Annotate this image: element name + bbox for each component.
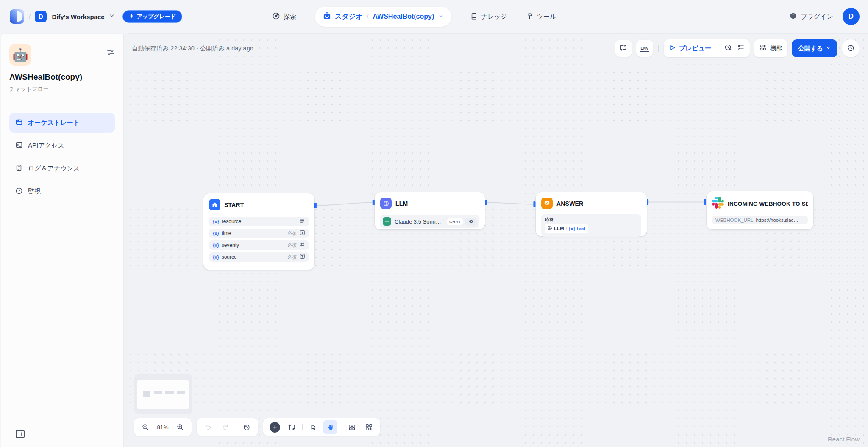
- sidebar-item-api-access[interactable]: APIアクセス: [9, 136, 115, 156]
- node-slack-webhook[interactable]: INCOMING WEBHOOK TO SE WEBHOOK_URL https…: [707, 191, 813, 229]
- top-bar: / D Dify's Workspace アップグレード 探索: [0, 0, 868, 33]
- version-history-button[interactable]: [842, 39, 860, 57]
- add-node-button[interactable]: [267, 420, 282, 434]
- zoom-in-button[interactable]: [173, 420, 187, 434]
- sidebar-item-label: APIアクセス: [28, 142, 64, 150]
- chat-variables-button[interactable]: [615, 40, 632, 57]
- features-button[interactable]: 機能: [754, 39, 787, 57]
- workspace-name[interactable]: Dify's Workspace: [52, 13, 104, 20]
- sidebar-item-label: 監視: [28, 187, 41, 196]
- model-row: Claude 3.5 Sonne… CHAT: [380, 215, 479, 228]
- app-name-label: AWSHealBot(copy): [373, 13, 434, 20]
- nav-knowledge[interactable]: ナレッジ: [470, 12, 507, 21]
- checklist-icon[interactable]: [737, 44, 745, 53]
- claude-model-icon: [383, 217, 391, 226]
- sparkle-icon: [129, 13, 134, 20]
- ref-separator: /: [566, 226, 567, 231]
- sidebar-item-label: オーケストレート: [28, 119, 80, 127]
- app-icon: 🤖: [9, 44, 31, 66]
- run-history-icon[interactable]: [724, 44, 732, 53]
- variable-reference-chip: LLM / {x} text: [545, 224, 588, 233]
- variable-icon: {x}: [213, 243, 219, 248]
- node-start[interactable]: START {x} resource {x} time 必須: [203, 193, 314, 270]
- terminal-icon: [15, 141, 23, 150]
- sidebar-item-logs[interactable]: ログ＆アナウンス: [9, 159, 115, 179]
- nav-tools[interactable]: ツール: [526, 12, 556, 21]
- studio-breadcrumb-pill[interactable]: スタジオ / AWSHealBot(copy): [315, 7, 451, 27]
- node-header: INCOMING WEBHOOK TO SE: [707, 191, 813, 210]
- undo-button[interactable]: [201, 420, 215, 434]
- minimap-node: [177, 391, 185, 394]
- sidebar-head: 🤖: [9, 44, 115, 66]
- redo-button[interactable]: [218, 420, 232, 434]
- pointer-tool-button[interactable]: [306, 420, 320, 434]
- sidebar-collapse-icon[interactable]: [15, 430, 25, 440]
- organize-blocks-button[interactable]: [362, 420, 376, 434]
- webhook-url-row: WEBHOOK_URL https://hooks.slac…: [712, 216, 808, 224]
- nav-tools-label: ツール: [537, 13, 556, 21]
- variable-icon: {x}: [569, 226, 575, 231]
- upgrade-button[interactable]: アップグレード: [122, 10, 183, 23]
- llm-icon: [380, 198, 392, 209]
- start-variables: {x} resource {x} time 必須 {x} sever: [209, 217, 309, 262]
- log-document-icon: [15, 164, 23, 173]
- add-note-button[interactable]: [284, 420, 299, 434]
- sidebar-item-label: ログ＆アナウンス: [28, 165, 80, 173]
- features-label: 機能: [770, 45, 782, 53]
- breadcrumb-separator: /: [367, 13, 369, 20]
- nav-explore[interactable]: 探索: [272, 12, 296, 21]
- zoom-pill: 81%: [134, 418, 192, 436]
- node-answer[interactable]: ANSWER 応答 LLM / {x} text: [536, 192, 647, 236]
- text-type-icon: [300, 253, 305, 261]
- export-image-button[interactable]: [345, 420, 359, 434]
- chevron-down-icon[interactable]: [109, 13, 115, 20]
- node-header: LLM: [375, 192, 485, 209]
- minimap-node: [143, 391, 150, 397]
- hand-tool-button[interactable]: [323, 420, 337, 434]
- blocks-plus-icon: [759, 44, 767, 53]
- studio-label: スタジオ: [335, 12, 363, 21]
- nav-explore-label: 探索: [284, 13, 296, 21]
- variable-name: resource: [222, 218, 300, 224]
- publish-button[interactable]: 公開する: [792, 39, 837, 57]
- param-key: WEBHOOK_URL: [715, 218, 753, 223]
- workflow-canvas[interactable]: 自動保存済み 22:34:30 · 公開済み a day ago ENV プレビ…: [124, 33, 868, 447]
- change-history-button[interactable]: [239, 420, 254, 434]
- variable-name: time: [222, 230, 287, 236]
- hammer-icon: [526, 12, 534, 21]
- sidebar-item-orchestrate[interactable]: オーケストレート: [9, 113, 115, 133]
- preview-pill: プレビュー: [664, 39, 750, 57]
- top-nav: 探索 スタジオ / AWSHealBot(copy) ナレッジ: [272, 0, 556, 33]
- preview-button[interactable]: プレビュー: [679, 45, 711, 53]
- minimap-viewport: [137, 380, 189, 409]
- top-bar-left: / D Dify's Workspace アップグレード: [9, 0, 182, 33]
- dify-logo-icon[interactable]: [9, 9, 25, 24]
- divider: [236, 424, 236, 430]
- llm-node-ref-icon: [547, 225, 552, 232]
- number-type-icon: [300, 241, 305, 249]
- publish-label: 公開する: [798, 45, 823, 53]
- answer-icon: [541, 198, 553, 209]
- zoom-out-button[interactable]: [138, 420, 153, 434]
- zoom-level[interactable]: 81%: [155, 424, 170, 430]
- answer-label: 応答: [545, 217, 637, 223]
- tools-pill: [263, 418, 380, 436]
- variable-name: severity: [222, 242, 287, 248]
- user-avatar[interactable]: D: [843, 8, 860, 25]
- divider: [341, 424, 341, 430]
- eye-icon[interactable]: [465, 218, 477, 226]
- sidebar-item-monitoring[interactable]: 監視: [9, 182, 115, 201]
- play-icon[interactable]: [669, 44, 676, 53]
- window-icon: [15, 118, 23, 127]
- minimap[interactable]: [134, 374, 192, 414]
- nav-plugins[interactable]: プラグイン: [789, 12, 833, 21]
- node-llm[interactable]: LLM Claude 3.5 Sonne… CHAT: [375, 192, 485, 229]
- env-icon: ENV: [640, 45, 649, 52]
- env-variables-button[interactable]: ENV: [636, 40, 653, 57]
- workspace-avatar[interactable]: D: [35, 11, 47, 22]
- node-header: START: [203, 193, 314, 210]
- home-icon: [209, 199, 220, 210]
- autosave-status: 自動保存済み 22:34:30 · 公開済み a day ago: [132, 45, 253, 53]
- ref-node-name: LLM: [554, 226, 564, 231]
- app-settings-icon[interactable]: [106, 48, 115, 58]
